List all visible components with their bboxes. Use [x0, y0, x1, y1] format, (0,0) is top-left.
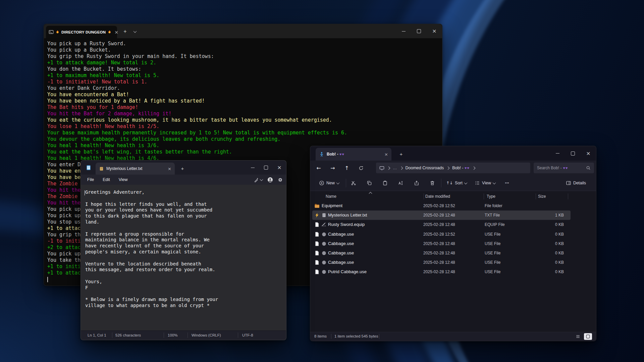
file-row[interactable]: Cabbage.use2025-02-28 12:48USE File0 KB	[312, 239, 571, 248]
terminal-output-line: You enter Dank Corridor.	[47, 85, 442, 92]
scroll-file-icon	[99, 166, 104, 171]
breadcrumb[interactable]: … Doomed Crossroads Bob! - ♥♥	[376, 163, 530, 173]
view-button[interactable]: View	[472, 178, 498, 188]
file-row[interactable]: Equipment2025-02-28 12:52File folder	[312, 201, 571, 210]
document-line	[85, 291, 218, 297]
bob-folder-icon	[319, 152, 324, 157]
forward-button[interactable]: →	[327, 163, 338, 173]
terminal-tab[interactable]: DIRECTORY DUNGEON ×	[46, 26, 117, 38]
file-row[interactable]: Cabbage.use2025-02-28 12:48USE File0 KB	[312, 248, 571, 258]
new-button[interactable]: New	[316, 178, 342, 188]
cut-button[interactable]	[348, 178, 359, 188]
document-text: Greetings Adventurer, I hope this letter…	[85, 189, 218, 309]
text-editor-area[interactable]: Greetings Adventurer, I hope this letter…	[81, 185, 286, 331]
notepad-close-button[interactable]: ×	[273, 161, 286, 175]
terminal-output-line: You hit the Bat for 2 damage, killing it…	[47, 111, 442, 117]
document-line: this message, and restore order to your …	[85, 267, 218, 273]
notepad-tab-title: Mysterious Letter.txt	[106, 166, 142, 171]
sort-ascending-icon	[369, 192, 372, 195]
cabbage-glyph	[321, 260, 327, 265]
account-button[interactable]	[267, 177, 273, 183]
cabbage-glyph	[321, 232, 327, 237]
chevron-right-icon	[399, 166, 403, 170]
file-type: USE File	[485, 239, 500, 248]
column-header-name[interactable]: Name	[326, 194, 336, 199]
file-row[interactable]: Rusty Sword.equip2025-02-28 12:48EQUIP F…	[312, 220, 571, 229]
terminal-close-button[interactable]: ×	[427, 24, 442, 38]
explorer-tab[interactable]: Bob! - ♥♥ ×	[316, 148, 391, 161]
file-size: 0 KB	[525, 239, 564, 248]
cabbage-glyph	[321, 269, 327, 275]
encoding[interactable]: UTF-8	[242, 333, 253, 337]
file-date-modified: 2025-02-28 12:48	[423, 267, 455, 277]
paste-button[interactable]	[379, 178, 391, 188]
minimize-icon	[251, 168, 255, 168]
explorer-minimize-button[interactable]	[550, 146, 565, 161]
more-options-button[interactable]: •••	[501, 178, 513, 188]
menu-file[interactable]: File	[83, 176, 98, 184]
explorer-maximize-button[interactable]	[565, 146, 581, 161]
notepad-tab-close-button[interactable]: ×	[168, 166, 171, 171]
terminal-output-line: You devour the cabbage, its delicious le…	[47, 136, 442, 142]
notepad-new-tab-button[interactable]: +	[178, 164, 187, 173]
terminal-tab-dropdown-button[interactable]	[130, 27, 139, 36]
column-separator[interactable]	[424, 193, 424, 199]
document-line: I hope this letter finds you well, and t…	[85, 201, 218, 207]
file-row[interactable]: Cabbage.use2025-02-28 12:52USE File0 KB	[312, 230, 571, 239]
close-icon: ×	[432, 28, 436, 34]
rename-icon	[398, 180, 404, 186]
explorer-close-button[interactable]: ×	[581, 146, 596, 161]
sort-button[interactable]: ↑↓ Sort	[444, 178, 469, 188]
explorer-new-tab-button[interactable]: +	[397, 149, 406, 158]
breadcrumb-ellipsis[interactable]: …	[393, 166, 397, 170]
column-separator[interactable]	[484, 193, 484, 199]
terminal-tab-close-button[interactable]: ×	[113, 29, 119, 35]
gear-icon	[278, 177, 283, 182]
details-view-icon	[576, 334, 580, 339]
terminal-maximize-button[interactable]	[411, 24, 427, 38]
column-separator[interactable]	[536, 193, 536, 199]
terminal-new-tab-button[interactable]: +	[120, 27, 130, 36]
file-size: 0 KB	[525, 267, 564, 277]
up-button[interactable]: ↑	[341, 163, 353, 173]
rename-button[interactable]	[395, 178, 407, 188]
terminal-output-line: You grip the Rusty Sword in your main ha…	[47, 53, 442, 60]
share-button[interactable]	[411, 178, 422, 188]
breadcrumb-segment-current[interactable]: Bob! - ♥♥	[452, 166, 470, 170]
page-icon	[314, 250, 320, 256]
back-button[interactable]: ←	[313, 163, 324, 173]
rewrite-copilot-button[interactable]	[254, 177, 263, 182]
refresh-button[interactable]	[355, 163, 367, 173]
details-view-toggle[interactable]	[574, 333, 582, 340]
explorer-status-bar: 8 items 1 item selected 545 bytes	[310, 332, 596, 341]
file-row[interactable]: Cabbage.use2025-02-28 12:48USE File0 KB	[312, 258, 571, 267]
breadcrumb-segment[interactable]: Doomed Crossroads	[406, 166, 444, 170]
document-line: Greetings Adventurer,	[85, 189, 218, 195]
settings-button[interactable]	[278, 177, 283, 182]
line-ending-format[interactable]: Windows (CRLF)	[192, 333, 221, 337]
zoom-level[interactable]: 100%	[168, 333, 177, 337]
delete-button[interactable]	[427, 178, 438, 188]
column-header-size[interactable]: Size	[538, 194, 546, 199]
search-input[interactable]: Search Bob! - ♥♥	[534, 163, 594, 173]
document-line: people's misery, a certain magical stone…	[85, 249, 218, 255]
notepad-tab[interactable]: Mysterious Letter.txt ×	[96, 163, 175, 175]
column-separator[interactable]	[568, 193, 568, 199]
column-header-type[interactable]: Type	[487, 194, 495, 199]
notepad-maximize-button[interactable]	[259, 161, 273, 175]
file-row[interactable]: Mysterious Letter.txt2025-02-28 12:48TXT…	[312, 210, 571, 220]
page-icon	[314, 241, 320, 246]
copy-button[interactable]	[364, 178, 375, 188]
column-header-date[interactable]: Date modified	[425, 194, 450, 199]
file-row[interactable]: Putrid Cabbage.use2025-02-28 12:48USE Fi…	[312, 267, 571, 277]
menu-view[interactable]: View	[114, 176, 132, 184]
notepad-minimize-button[interactable]	[246, 161, 259, 175]
details-pane-button[interactable]: Details	[560, 178, 591, 188]
explorer-tab-close-button[interactable]: ×	[384, 152, 388, 157]
menu-edit[interactable]: Edit	[98, 176, 114, 184]
large-icons-view-toggle[interactable]	[584, 333, 592, 340]
terminal-minimize-button[interactable]	[396, 24, 411, 38]
file-size: 0 KB	[525, 220, 564, 229]
document-line: I represent a group responsible for	[85, 231, 218, 237]
chevron-right-icon	[387, 166, 390, 170]
